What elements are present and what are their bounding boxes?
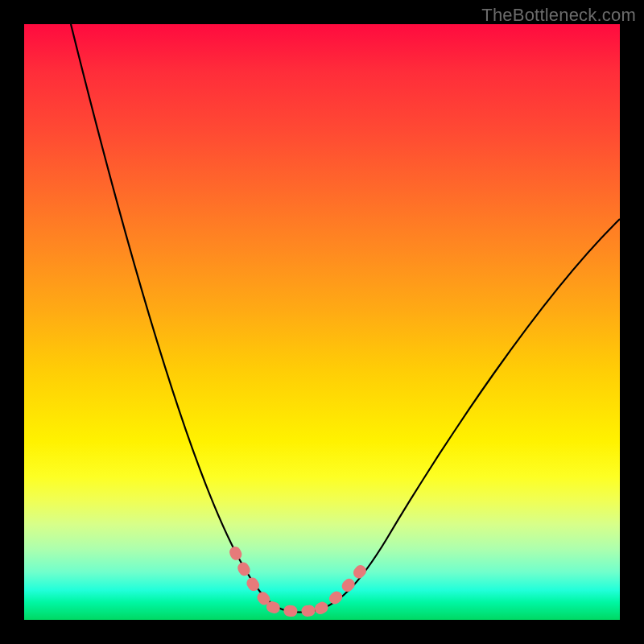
bottleneck-curve <box>71 24 620 613</box>
watermark-text: TheBottleneck.com <box>481 5 636 26</box>
optimum-highlight-right <box>320 560 369 609</box>
chart-frame: TheBottleneck.com <box>0 0 644 644</box>
curve-layer <box>24 24 620 620</box>
optimum-highlight-floor <box>272 607 317 611</box>
